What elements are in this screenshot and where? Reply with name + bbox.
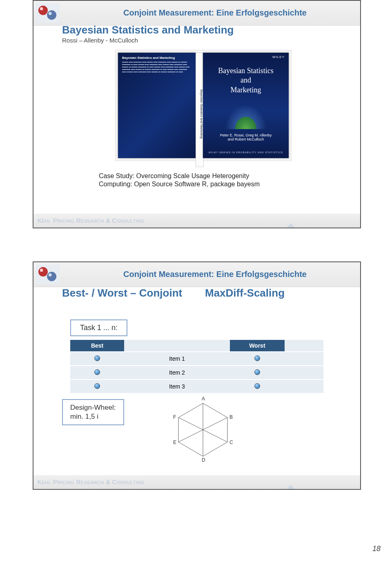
- hex-label: F: [173, 414, 176, 420]
- case-study-text: Case Study: Overcoming Scale Usage Heter…: [99, 172, 249, 180]
- slide-1: Conjoint Measurement: Eine Erfolgsgeschi…: [33, 0, 361, 228]
- slide-2: Conjoint Measurement: Eine Erfolgsgeschi…: [33, 261, 361, 490]
- radio-icon[interactable]: [94, 355, 100, 361]
- book-authors-l2: and Robert McCulloch: [227, 137, 264, 141]
- design-wheel-l2: min. 1,5 i: [70, 413, 98, 420]
- slide-footer-strip: Kehl Pricing Research & Consulting: [33, 214, 360, 228]
- slide1-subtitle: Rossi – Allenby - McCulloch: [62, 37, 138, 44]
- computing-text: Computing: Open Source Software R, packa…: [99, 181, 260, 188]
- table-row: Item 3: [70, 380, 323, 393]
- table-row: Item 1: [70, 352, 323, 366]
- book-front-title-l2: and: [241, 76, 251, 84]
- slide-footer-strip: Kehl Pricing Research & Consulting: [33, 475, 360, 489]
- svg-point-9: [47, 272, 56, 281]
- slide-super-title: Conjoint Measurement: Eine Erfolgsgeschi…: [123, 8, 307, 18]
- item-label: Item 3: [124, 380, 229, 393]
- slide1-title: Bayesian Statistics and Marketing: [62, 24, 234, 36]
- book-publisher: WILEY: [203, 53, 289, 59]
- slide-super-title: Conjoint Measurement: Eine Erfolgsgeschi…: [123, 270, 307, 279]
- bell-curve-icon: [221, 100, 270, 129]
- svg-point-10: [49, 273, 52, 277]
- svg-point-8: [40, 269, 43, 272]
- book-series: WILEY SERIES IN PROBABILITY AND STATISTI…: [203, 151, 289, 154]
- book-front-title-l1: Bayesian Statistics: [218, 67, 273, 75]
- hex-label: C: [229, 440, 233, 445]
- slide-header-strip: Conjoint Measurement: Eine Erfolgsgeschi…: [33, 262, 360, 287]
- book-spine: Bayesian Statistics and Marketing: [196, 53, 204, 167]
- book-front-cover: WILEY Bayesian Statistics and Marketing …: [203, 53, 289, 158]
- footer-brand: Kehl Pricing Research & Consulting: [38, 217, 145, 224]
- svg-point-1: [38, 6, 48, 15]
- book-front-title: Bayesian Statistics and Marketing: [203, 59, 289, 95]
- spheres-icon: [36, 3, 60, 23]
- svg-point-4: [49, 12, 52, 15]
- table-row: Item 2: [70, 366, 323, 380]
- hex-label: D: [202, 457, 205, 462]
- table-header-row: Best Worst: [70, 340, 323, 352]
- footer-triangle-icon: [287, 223, 295, 228]
- radio-icon[interactable]: [94, 369, 100, 375]
- svg-marker-5: [287, 223, 295, 228]
- book-image: Bayesian Statistics and Marketing ▬▬▬ ▬▬…: [115, 50, 292, 161]
- slide2-title-left: Best- / Worst – Conjoint: [62, 287, 182, 299]
- spheres-icon: [36, 265, 60, 284]
- hex-label: B: [229, 414, 233, 420]
- svg-marker-15: [287, 485, 295, 489]
- footer-brand: Kehl Pricing Research & Consulting: [38, 478, 145, 485]
- book-back-blurb: ▬▬▬ ▬▬ ▬▬▬▬ ▬▬ ▬▬▬ ▬▬ ▬▬▬▬ ▬▬ ▬▬▬ ▬ ▬▬▬ …: [118, 60, 196, 73]
- radio-icon[interactable]: [254, 383, 260, 389]
- page-number: 18: [372, 545, 381, 553]
- hex-label: E: [173, 440, 176, 445]
- book-back-cover: Bayesian Statistics and Marketing ▬▬▬ ▬▬…: [118, 53, 196, 158]
- design-wheel-l1: Design-Wheel:: [70, 404, 116, 411]
- book-authors: Peter E. Rossi, Greg M. Allenby and Robe…: [203, 133, 289, 141]
- book-back-title: Bayesian Statistics and Marketing: [118, 53, 196, 60]
- item-label: Item 1: [124, 352, 229, 366]
- item-label: Item 2: [124, 366, 229, 380]
- radio-icon[interactable]: [254, 355, 260, 361]
- best-worst-table: Best Worst Item 1 Item 2 Item 3: [70, 340, 323, 393]
- book-front-title-l3: Marketing: [231, 86, 261, 94]
- radio-icon[interactable]: [94, 383, 100, 389]
- hexagon-diagram: A B C D E F: [164, 393, 242, 462]
- footer-triangle-icon: [287, 485, 295, 489]
- slide-header-strip: Conjoint Measurement: Eine Erfolgsgeschi…: [33, 1, 360, 26]
- svg-point-2: [40, 7, 43, 11]
- design-wheel-box: Design-Wheel: min. 1,5 i: [62, 399, 124, 425]
- col-worst-header: Worst: [230, 340, 285, 352]
- slide2-title-right: MaxDiff-Scaling: [205, 287, 285, 299]
- book-authors-l1: Peter E. Rossi, Greg M. Allenby: [220, 133, 272, 137]
- radio-icon[interactable]: [254, 369, 260, 375]
- col-best-header: Best: [70, 340, 124, 352]
- svg-point-3: [47, 10, 56, 20]
- svg-point-7: [38, 267, 48, 277]
- hex-label: A: [202, 396, 205, 402]
- task-label-box: Task 1 ... n:: [70, 319, 127, 336]
